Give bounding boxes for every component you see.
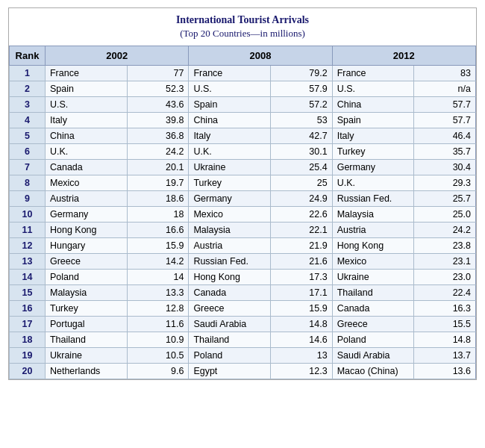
- table-row: 5China36.8Italy42.7Italy46.4: [10, 128, 476, 144]
- value-2002: 9.6: [127, 364, 189, 379]
- value-2012: 16.3: [414, 301, 476, 317]
- rank-cell: 7: [10, 160, 46, 175]
- table-row: 17Portugal11.6Saudi Arabia14.8Greece15.5: [10, 317, 476, 332]
- country-2012: France: [332, 66, 414, 81]
- value-2002: 12.8: [127, 301, 189, 317]
- rank-cell: 10: [10, 207, 46, 223]
- value-2002: 16.6: [127, 223, 189, 238]
- country-2002: China: [45, 128, 127, 144]
- country-2002: Turkey: [45, 301, 127, 317]
- table-row: 4Italy39.8China53Spain57.7: [10, 113, 476, 128]
- header-2002: 2002: [45, 46, 188, 66]
- country-2002: Malaysia: [45, 285, 127, 301]
- table-row: 1France77France79.2France83: [10, 66, 476, 81]
- value-2012: 13.7: [414, 348, 476, 364]
- table-row: 7Canada20.1Ukraine25.4Germany30.4: [10, 160, 476, 175]
- country-2008: Mexico: [189, 207, 271, 223]
- value-2008: 25: [271, 175, 333, 191]
- value-2002: 10.5: [127, 348, 189, 364]
- country-2008: China: [189, 113, 271, 128]
- value-2008: 22.6: [271, 207, 333, 223]
- country-2008: Turkey: [189, 175, 271, 191]
- value-2012: 35.7: [414, 144, 476, 160]
- value-2008: 30.1: [271, 144, 333, 160]
- rank-cell: 6: [10, 144, 46, 160]
- value-2008: 14.6: [271, 332, 333, 348]
- value-2008: 21.6: [271, 254, 333, 270]
- value-2012: 83: [414, 66, 476, 81]
- country-2008: Canada: [189, 285, 271, 301]
- value-2012: 22.4: [414, 285, 476, 301]
- country-2002: Thailand: [45, 332, 127, 348]
- value-2012: 23.1: [414, 254, 476, 270]
- value-2008: 53: [271, 113, 333, 128]
- country-2012: Ukraine: [332, 270, 414, 285]
- value-2002: 39.8: [127, 113, 189, 128]
- value-2008: 57.9: [271, 81, 333, 97]
- value-2012: 14.8: [414, 332, 476, 348]
- rank-cell: 13: [10, 254, 46, 270]
- rank-cell: 5: [10, 128, 46, 144]
- table-row: 9Austria18.6Germany24.9Russian Fed.25.7: [10, 191, 476, 207]
- country-2008: Saudi Arabia: [189, 317, 271, 332]
- country-2012: Thailand: [332, 285, 414, 301]
- value-2012: 25.7: [414, 191, 476, 207]
- value-2002: 10.9: [127, 332, 189, 348]
- country-2002: Ukraine: [45, 348, 127, 364]
- rank-cell: 3: [10, 97, 46, 113]
- rank-cell: 2: [10, 81, 46, 97]
- value-2008: 14.8: [271, 317, 333, 332]
- country-2002: Spain: [45, 81, 127, 97]
- country-2012: Austria: [332, 223, 414, 238]
- value-2008: 25.4: [271, 160, 333, 175]
- country-2002: U.K.: [45, 144, 127, 160]
- rank-cell: 9: [10, 191, 46, 207]
- rank-cell: 18: [10, 332, 46, 348]
- country-2002: Mexico: [45, 175, 127, 191]
- rank-cell: 12: [10, 238, 46, 254]
- country-2008: France: [189, 66, 271, 81]
- value-2012: 13.6: [414, 364, 476, 379]
- country-2012: Italy: [332, 128, 414, 144]
- value-2002: 20.1: [127, 160, 189, 175]
- country-2012: U.K.: [332, 175, 414, 191]
- value-2012: n/a: [414, 81, 476, 97]
- country-2012: Malaysia: [332, 207, 414, 223]
- country-2002: Netherlands: [45, 364, 127, 379]
- value-2008: 22.1: [271, 223, 333, 238]
- country-2012: U.S.: [332, 81, 414, 97]
- table-row: 10Germany18Mexico22.6Malaysia25.0: [10, 207, 476, 223]
- value-2002: 14.2: [127, 254, 189, 270]
- value-2008: 24.9: [271, 191, 333, 207]
- value-2008: 17.3: [271, 270, 333, 285]
- value-2002: 77: [127, 66, 189, 81]
- value-2012: 24.2: [414, 223, 476, 238]
- table-subtitle: (Top 20 Countries—in millions): [9, 28, 476, 46]
- rank-cell: 14: [10, 270, 46, 285]
- value-2002: 52.3: [127, 81, 189, 97]
- country-2012: Russian Fed.: [332, 191, 414, 207]
- country-2012: Spain: [332, 113, 414, 128]
- country-2008: U.S.: [189, 81, 271, 97]
- country-2012: Germany: [332, 160, 414, 175]
- table-row: 8Mexico19.7Turkey25U.K.29.3: [10, 175, 476, 191]
- value-2002: 19.7: [127, 175, 189, 191]
- country-2002: Germany: [45, 207, 127, 223]
- country-2012: Greece: [332, 317, 414, 332]
- country-2008: Malaysia: [189, 223, 271, 238]
- country-2008: Thailand: [189, 332, 271, 348]
- value-2008: 12.3: [271, 364, 333, 379]
- value-2008: 21.9: [271, 238, 333, 254]
- table-row: 11Hong Kong16.6Malaysia22.1Austria24.2: [10, 223, 476, 238]
- rank-cell: 4: [10, 113, 46, 128]
- value-2008: 17.1: [271, 285, 333, 301]
- country-2008: Russian Fed.: [189, 254, 271, 270]
- country-2012: Saudi Arabia: [332, 348, 414, 364]
- value-2002: 36.8: [127, 128, 189, 144]
- rank-cell: 19: [10, 348, 46, 364]
- value-2002: 11.6: [127, 317, 189, 332]
- value-2008: 15.9: [271, 301, 333, 317]
- country-2012: Hong Kong: [332, 238, 414, 254]
- country-2008: Spain: [189, 97, 271, 113]
- value-2002: 18.6: [127, 191, 189, 207]
